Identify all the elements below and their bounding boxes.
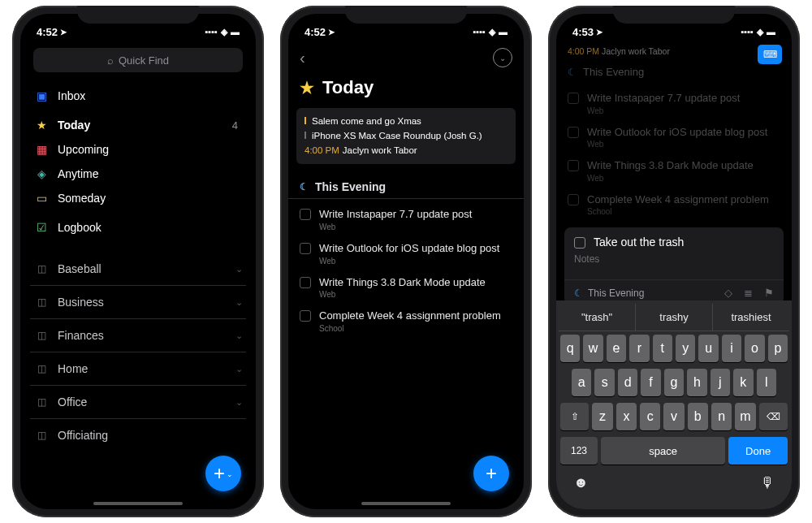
task-checkbox bbox=[568, 127, 579, 138]
key-p[interactable]: p bbox=[768, 335, 788, 362]
nav-someday[interactable]: ▭ Someday bbox=[30, 186, 246, 210]
key-u[interactable]: u bbox=[698, 335, 718, 362]
new-task-card[interactable]: Take out the trash Notes ☾ This Evening … bbox=[564, 227, 784, 305]
cube-icon: ◫ bbox=[33, 430, 50, 441]
task-row[interactable]: Write Instapaper 7.7 update postWeb bbox=[288, 202, 524, 236]
key-y[interactable]: y bbox=[676, 335, 695, 362]
layers-icon: ◈ bbox=[33, 167, 50, 180]
flag-icon[interactable]: ⚑ bbox=[764, 287, 774, 299]
task-checkbox bbox=[568, 194, 579, 205]
dim-header: 4:00 PM Jaclyn work Tabor bbox=[556, 43, 792, 63]
task-row: Complete Week 4 assignment problemSchool bbox=[556, 188, 792, 222]
status-time: 4:53 bbox=[572, 26, 594, 38]
quick-find-search[interactable]: ⌕ Quick Find bbox=[33, 48, 243, 72]
area-office[interactable]: ◫ Office ⌄ bbox=[30, 386, 246, 419]
nav-upcoming[interactable]: ▦ Upcoming bbox=[30, 137, 246, 162]
key-d[interactable]: d bbox=[618, 369, 637, 396]
key-123[interactable]: 123 bbox=[560, 437, 598, 465]
tag-icon[interactable]: ◇ bbox=[724, 287, 732, 299]
key-r[interactable]: r bbox=[629, 335, 649, 362]
task-row[interactable]: Complete Week 4 assignment problemSchool bbox=[288, 304, 524, 338]
mic-button[interactable]: 🎙 bbox=[760, 474, 775, 491]
key-o[interactable]: o bbox=[745, 335, 764, 362]
new-task-notes-input[interactable]: Notes bbox=[574, 253, 774, 265]
nav-anytime[interactable]: ◈ Anytime bbox=[30, 162, 246, 186]
nav-today[interactable]: ★ Today 4 bbox=[30, 113, 246, 137]
key-k[interactable]: k bbox=[733, 369, 753, 396]
back-button[interactable]: ‹ bbox=[300, 49, 305, 67]
keyboard[interactable]: trash trashy trashiest q w e r t y u i o… bbox=[556, 300, 792, 509]
emoji-button[interactable]: ☻ bbox=[573, 474, 589, 491]
home-indicator[interactable] bbox=[93, 502, 183, 505]
key-shift[interactable]: ⇧ bbox=[560, 403, 589, 430]
key-f[interactable]: f bbox=[641, 369, 660, 396]
key-delete[interactable]: ⌫ bbox=[759, 403, 788, 430]
task-row: Write Outlook for iOS update blog postWe… bbox=[556, 120, 792, 154]
suggestion[interactable]: trash bbox=[559, 304, 636, 331]
checklist-icon[interactable]: ≣ bbox=[744, 287, 753, 299]
moon-icon: ☾ bbox=[574, 287, 583, 299]
nav-inbox[interactable]: ▣ Inbox bbox=[30, 84, 246, 108]
key-c[interactable]: c bbox=[640, 403, 660, 430]
task-checkbox[interactable] bbox=[300, 209, 311, 220]
keyboard-suggestions[interactable]: trash trashy trashiest bbox=[559, 304, 789, 331]
key-a[interactable]: a bbox=[572, 369, 591, 396]
keyboard-toggle-button[interactable]: ⌨ bbox=[758, 45, 782, 64]
key-j[interactable]: j bbox=[710, 369, 730, 396]
task-checkbox[interactable] bbox=[300, 243, 311, 254]
key-l[interactable]: l bbox=[757, 369, 776, 396]
key-b[interactable]: b bbox=[688, 403, 708, 430]
chevron-down-icon: ⌄ bbox=[235, 297, 243, 308]
key-z[interactable]: z bbox=[592, 403, 612, 430]
key-h[interactable]: h bbox=[687, 369, 706, 396]
cube-icon: ◫ bbox=[33, 363, 50, 374]
area-home[interactable]: ◫ Home ⌄ bbox=[30, 352, 246, 386]
key-done[interactable]: Done bbox=[728, 437, 788, 465]
task-checkbox[interactable] bbox=[574, 237, 585, 249]
home-indicator[interactable] bbox=[361, 502, 451, 505]
cube-icon: ◫ bbox=[33, 330, 50, 341]
key-w[interactable]: w bbox=[583, 335, 603, 362]
key-n[interactable]: n bbox=[711, 403, 732, 430]
task-row[interactable]: Write Things 3.8 Dark Mode updateWeb bbox=[288, 270, 524, 305]
key-i[interactable]: i bbox=[722, 335, 741, 362]
suggestion[interactable]: trashiest bbox=[713, 304, 789, 331]
inbox-icon: ▣ bbox=[33, 89, 50, 102]
key-v[interactable]: v bbox=[663, 403, 684, 430]
key-s[interactable]: s bbox=[594, 369, 614, 396]
search-placeholder: Quick Find bbox=[119, 54, 169, 67]
key-m[interactable]: m bbox=[735, 403, 755, 430]
phone-today: 4:52➤ ▪▪▪▪◈▬ ‹ ⌄ ★ Today Salem come and … bbox=[280, 6, 532, 517]
suggestion[interactable]: trashy bbox=[636, 304, 713, 331]
search-icon: ⌕ bbox=[107, 54, 114, 67]
key-t[interactable]: t bbox=[653, 335, 672, 362]
collapse-button[interactable]: ⌄ bbox=[493, 48, 512, 67]
key-g[interactable]: g bbox=[664, 369, 684, 396]
calendar-icon: ▦ bbox=[33, 143, 50, 156]
add-button[interactable]: +⌄ bbox=[205, 456, 241, 491]
chevron-down-icon: ⌄ bbox=[235, 364, 243, 374]
phone-sidebar: 4:52➤ ▪▪▪▪◈▬ ⌕ Quick Find ▣ Inbox ★ Toda… bbox=[12, 6, 264, 517]
area-officiating[interactable]: ◫ Officiating bbox=[30, 419, 246, 452]
key-e[interactable]: e bbox=[607, 335, 626, 362]
today-count: 4 bbox=[232, 119, 238, 132]
task-checkbox[interactable] bbox=[300, 310, 311, 322]
nav-logbook[interactable]: ☑ Logbook bbox=[30, 215, 246, 240]
cube-icon: ◫ bbox=[33, 296, 50, 308]
key-space[interactable]: space bbox=[601, 437, 725, 465]
star-icon: ★ bbox=[33, 119, 50, 132]
task-row[interactable]: Write Outlook for iOS update blog postWe… bbox=[288, 236, 524, 270]
area-finances[interactable]: ◫ Finances ⌄ bbox=[30, 319, 246, 352]
chevron-down-icon: ⌄ bbox=[227, 470, 233, 478]
add-button[interactable]: + bbox=[473, 456, 509, 491]
today-summary-card[interactable]: Salem come and go Xmas iPhone XS Max Cas… bbox=[296, 108, 516, 164]
key-q[interactable]: q bbox=[560, 335, 580, 362]
when-label[interactable]: This Evening bbox=[588, 287, 644, 299]
task-checkbox bbox=[568, 93, 579, 104]
area-business[interactable]: ◫ Business ⌄ bbox=[30, 286, 246, 319]
key-x[interactable]: x bbox=[616, 403, 637, 430]
new-task-title-input[interactable]: Take out the trash bbox=[594, 236, 684, 249]
task-checkbox[interactable] bbox=[300, 277, 311, 288]
area-baseball[interactable]: ◫ Baseball ⌄ bbox=[30, 253, 246, 286]
notch bbox=[345, 6, 467, 24]
